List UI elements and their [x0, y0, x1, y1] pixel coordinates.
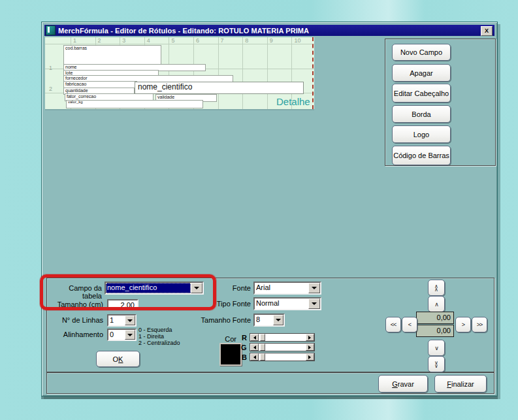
color-swatch-frame: [219, 343, 242, 366]
nudge-up-fast-button[interactable]: ∧ ∧: [428, 280, 445, 296]
nudge-down-button[interactable]: ∨: [428, 340, 445, 356]
campo-da-tabela-label: Campo da tabela: [48, 284, 102, 300]
nudge-right-button[interactable]: >: [455, 317, 471, 332]
position-y-value: 0,00: [416, 325, 454, 337]
field-box-valor-kg[interactable]: valor_kg: [66, 100, 203, 108]
num-linhas-value: 1: [108, 315, 125, 325]
tamanho-cm-label: Tamanho (cm): [48, 300, 103, 308]
scroll-right-icon[interactable]: [306, 344, 314, 351]
campo-da-tabela-value: nome_cientifico: [106, 283, 191, 293]
close-icon[interactable]: X: [481, 26, 493, 36]
color-swatch[interactable]: [221, 344, 240, 364]
tamanho-fonte-label: Tamanho Fonte: [199, 316, 251, 324]
scroll-right-icon[interactable]: [306, 334, 314, 341]
red-slider-thumb[interactable]: [260, 334, 265, 341]
scroll-right-icon[interactable]: [306, 353, 314, 361]
nudge-down-fast-button[interactable]: ∨ ∨: [428, 356, 445, 372]
fonte-dropdown[interactable]: Arial: [253, 282, 321, 295]
editor-window: MerchFórmula - Editor de Rótulos - Edita…: [41, 22, 498, 396]
detail-label: Detalhe: [276, 96, 310, 107]
app-icon: [46, 25, 56, 35]
gravar-button[interactable]: Gravar: [378, 375, 428, 393]
codigo-barras-button[interactable]: Código de Barras: [392, 146, 451, 165]
alinhamento-dropdown[interactable]: 0: [107, 329, 137, 341]
nudge-left-fast-button[interactable]: <<: [385, 317, 401, 332]
fonte-value: Arial: [255, 283, 308, 293]
field-box-nome-cientifico[interactable]: nome_cientifico: [135, 82, 304, 94]
borda-button[interactable]: Borda: [392, 105, 451, 123]
apagar-button[interactable]: Apagar: [392, 64, 451, 82]
tamanho-fonte-dropdown[interactable]: 8: [253, 314, 285, 327]
tipo-fonte-value: Normal: [255, 299, 308, 309]
fonte-label: Fonte: [199, 284, 251, 292]
finalizar-button[interactable]: Finalizar: [434, 375, 487, 393]
nudge-left-button[interactable]: <: [402, 317, 417, 332]
tipo-fonte-label: Tipo Fonte: [199, 300, 251, 308]
label-limit-line: [312, 37, 314, 109]
chevron-down-icon[interactable]: [125, 330, 135, 340]
red-slider[interactable]: [250, 333, 315, 342]
alinhamento-legend: 0 - Esquerda 1 - Direita 2 - Centralizad…: [138, 327, 180, 346]
editar-cabecalho-button[interactable]: Editar Cabeçalho: [392, 84, 451, 103]
chevron-down-icon[interactable]: [273, 315, 283, 325]
ok-button[interactable]: OK: [96, 351, 140, 367]
alinhamento-value: 0: [108, 330, 125, 340]
green-slider-thumb[interactable]: [260, 344, 265, 351]
nudge-up-button[interactable]: ∧: [428, 296, 445, 312]
logo-button[interactable]: Logo: [392, 125, 451, 143]
chevron-down-icon[interactable]: [308, 283, 320, 293]
blue-channel-label: B: [242, 353, 247, 361]
label-preview-canvas[interactable]: 12345678910 1 2 cod.barras nome lote for…: [45, 37, 314, 109]
red-channel-label: R: [242, 334, 247, 342]
blue-slider[interactable]: [250, 353, 315, 361]
row-number: 2: [49, 86, 52, 92]
tamanho-fonte-value: 8: [255, 315, 273, 325]
tipo-fonte-dropdown[interactable]: Normal: [253, 297, 321, 310]
campo-da-tabela-dropdown[interactable]: nome_cientifico: [105, 282, 204, 295]
cor-label: Cor: [212, 335, 236, 343]
title-bar[interactable]: MerchFórmula - Editor de Rótulos - Edita…: [44, 25, 494, 36]
window-title: MerchFórmula - Editor de Rótulos - Edita…: [58, 27, 309, 35]
scroll-left-icon[interactable]: [250, 334, 259, 341]
green-slider[interactable]: [250, 343, 315, 351]
num-linhas-label: N° de Linhas: [48, 316, 103, 324]
chevron-down-icon[interactable]: [125, 315, 135, 325]
field-box-cod-barras[interactable]: cod.barras: [63, 45, 161, 65]
scroll-left-icon[interactable]: [250, 344, 259, 351]
alinhamento-label: Alinhamento: [48, 331, 103, 338]
tamanho-cm-input[interactable]: 2,00: [107, 299, 138, 310]
green-channel-label: G: [241, 344, 247, 351]
chevron-down-icon[interactable]: [308, 299, 320, 309]
row-number: 1: [49, 65, 52, 71]
novo-campo-button[interactable]: Novo Campo: [392, 44, 451, 61]
scroll-left-icon[interactable]: [250, 353, 259, 361]
position-x-value: 0,00: [416, 312, 454, 324]
num-linhas-dropdown[interactable]: 1: [107, 314, 137, 327]
nudge-right-fast-button[interactable]: >>: [472, 317, 487, 332]
blue-slider-thumb[interactable]: [260, 353, 265, 361]
tools-panel: Novo Campo Apagar Editar Cabeçalho Borda…: [385, 39, 496, 166]
